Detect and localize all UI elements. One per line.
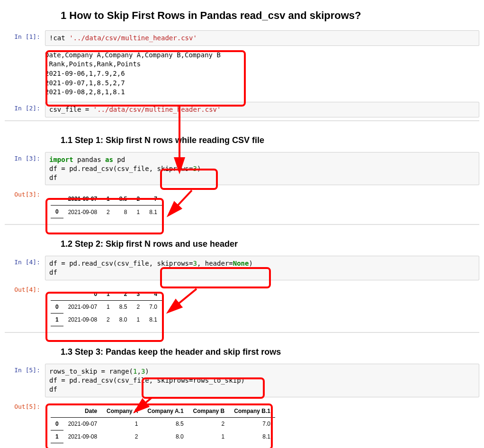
table-cell: 2021-09-08 — [63, 314, 102, 326]
prompt-in-2: In [2]: — [5, 102, 45, 112]
table-header — [51, 405, 63, 418]
output-text-1: Date,Company A,Company A,Company B,Compa… — [45, 49, 479, 97]
table-cell: 2 — [102, 314, 115, 326]
section-1-3-title: 1.3 Step 3: Pandas keep the header and s… — [61, 347, 479, 357]
output-html-5: DateCompany ACompany A.1Company BCompany… — [45, 400, 479, 446]
code-block-4[interactable]: df = pd.read_csv(csv_file, skiprows=3, h… — [45, 256, 479, 280]
section-divider — [5, 120, 479, 121]
table-cell: 2 — [188, 417, 230, 430]
table-cell: 7.0 — [229, 417, 275, 430]
table-header: 3 — [132, 288, 144, 301]
table-cell: 8.1 — [144, 206, 162, 218]
table-cell: 8.1 — [229, 430, 275, 443]
table-cell: 1 — [132, 314, 144, 326]
table-cell: 7.0 — [144, 301, 162, 314]
table-header: 4 — [144, 288, 162, 301]
table-row: 02021-09-0718.527.0 — [51, 301, 162, 314]
row-index: 0 — [51, 206, 63, 218]
table-header: Company B.1 — [229, 405, 275, 418]
row-index: 0 — [51, 417, 63, 430]
table-cell: 1 — [188, 430, 230, 443]
code-block-5[interactable]: rows_to_skip = range(1,3) df = pd.read_c… — [45, 364, 479, 397]
dataframe-5: DateCompany ACompany A.1Company BCompany… — [51, 405, 275, 443]
input-cell-5: In [5]: rows_to_skip = range(1,3) df = p… — [5, 364, 479, 397]
table-header: 2 — [115, 288, 132, 301]
table-header: 7 — [144, 193, 162, 206]
prompt-in-4: In [4]: — [5, 256, 45, 266]
prompt-in-3: In [3]: — [5, 152, 45, 162]
table-row: 02021-09-0718.527.0 — [51, 417, 275, 430]
table-cell: 2021-09-07 — [63, 417, 102, 430]
input-cell-2: In [2]: csv_file = '../data/csv/multine_… — [5, 102, 479, 117]
table-row: 12021-09-0828.018.1 — [51, 314, 162, 326]
section-divider — [5, 332, 479, 333]
table-cell: 2021-09-08 — [63, 430, 102, 443]
prompt-in-1: In [1]: — [5, 30, 45, 40]
notebook-page: 1 How to Skip First Rows in Pandas read_… — [5, 9, 479, 446]
input-cell-4: In [4]: df = pd.read_csv(csv_file, skipr… — [5, 256, 479, 280]
row-index: 0 — [51, 301, 63, 314]
dataframe-3: 2021-09-0718.52702021-09-082818.1 — [51, 193, 162, 218]
table-header: Company B — [188, 405, 230, 418]
table-header: 1 — [102, 288, 115, 301]
output-cell-5: Out[5]: DateCompany ACompany A.1Company … — [5, 400, 479, 446]
input-cell-3: In [3]: import pandas as pd df = pd.read… — [5, 152, 479, 186]
prompt-out-4: Out[4]: — [5, 283, 45, 293]
table-cell: 2 — [102, 206, 115, 218]
table-cell: 1 — [132, 206, 144, 218]
table-row: 12021-09-0828.018.1 — [51, 430, 275, 443]
section-1-1-title: 1.1 Step 1: Skip first N rows while read… — [61, 135, 479, 145]
table-cell: 1 — [102, 301, 115, 314]
section-divider — [5, 224, 479, 225]
input-cell-1: In [1]: !cat '../data/csv/multine_header… — [5, 30, 479, 46]
prompt-out-3: Out[3]: — [5, 188, 45, 198]
table-header — [51, 193, 63, 206]
page-title: 1 How to Skip First Rows in Pandas read_… — [61, 9, 479, 22]
table-cell: 2021-09-07 — [63, 301, 102, 314]
table-cell: 8 — [115, 206, 132, 218]
table-cell: 2021-09-08 — [63, 206, 102, 218]
table-header: 1 — [102, 193, 115, 206]
table-header: 0 — [63, 288, 102, 301]
output-html-4: 0123402021-09-0718.527.012021-09-0828.01… — [45, 283, 479, 329]
table-cell: 8.5 — [143, 417, 188, 430]
table-cell: 8.5 — [115, 301, 132, 314]
dataframe-4: 0123402021-09-0718.527.012021-09-0828.01… — [51, 288, 162, 326]
prompt-empty — [5, 49, 45, 52]
table-cell: 2 — [132, 301, 144, 314]
row-index: 1 — [51, 430, 63, 443]
table-header: Company A.1 — [143, 405, 188, 418]
table-header — [51, 288, 63, 301]
section-1-2-title: 1.2 Step 2: Skip first N rows and use he… — [61, 239, 479, 249]
table-row: 02021-09-082818.1 — [51, 206, 162, 218]
table-cell: 2 — [102, 430, 143, 443]
table-cell: 8.0 — [115, 314, 132, 326]
table-header: Date — [63, 405, 102, 418]
table-header: 2 — [132, 193, 144, 206]
output-cell-1: Date,Company A,Company A,Company B,Compa… — [5, 49, 479, 97]
code-block-2[interactable]: csv_file = '../data/csv/multine_header.c… — [45, 102, 479, 117]
table-cell: 8.0 — [143, 430, 188, 443]
output-cell-4: Out[4]: 0123402021-09-0718.527.012021-09… — [5, 283, 479, 329]
row-index: 1 — [51, 314, 63, 326]
table-cell: 1 — [102, 417, 143, 430]
table-header: Company A — [102, 405, 143, 418]
code-block-1[interactable]: !cat '../data/csv/multine_header.csv' — [45, 30, 479, 46]
table-cell: 8.1 — [144, 314, 162, 326]
output-cell-3: Out[3]: 2021-09-0718.52702021-09-082818.… — [5, 188, 479, 221]
code-block-3[interactable]: import pandas as pd df = pd.read_csv(csv… — [45, 152, 479, 186]
output-html-3: 2021-09-0718.52702021-09-082818.1 — [45, 188, 479, 221]
prompt-out-5: Out[5]: — [5, 400, 45, 410]
table-header: 8.5 — [115, 193, 132, 206]
table-header: 2021-09-07 — [63, 193, 102, 206]
prompt-in-5: In [5]: — [5, 364, 45, 374]
